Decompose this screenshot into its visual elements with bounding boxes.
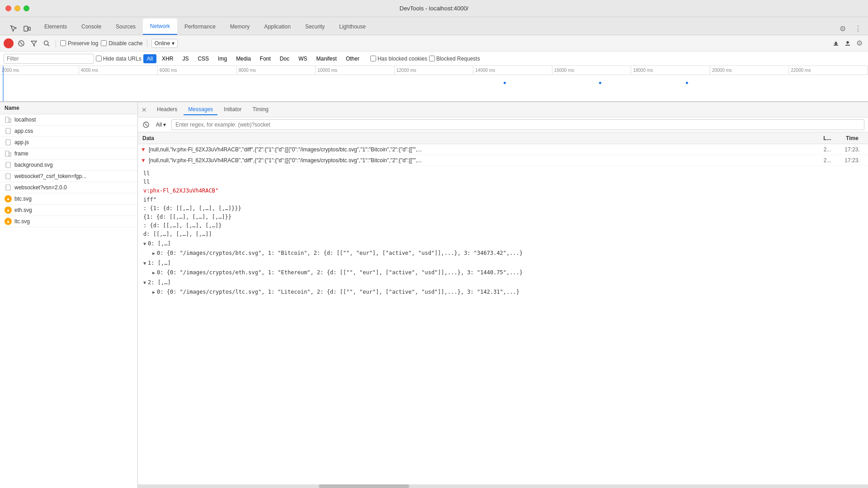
svg-rect-9 [845, 45, 850, 46]
file-row-ltc-svg[interactable]: ● ltc.svg [0, 216, 137, 227]
tab-sources[interactable]: Sources [108, 19, 143, 35]
tab-timing[interactable]: Timing [248, 104, 273, 115]
tab-initiator[interactable]: Initiator [219, 104, 246, 115]
filter-icon[interactable] [29, 38, 39, 48]
tree-arrow-2[interactable]: ▼ [143, 279, 146, 287]
filter-other-button[interactable]: Other [342, 54, 363, 63]
filter-all-button[interactable]: All [143, 54, 156, 63]
file-row-websocket-vsn[interactable]: websocket?vsn=2.0.0 [0, 182, 137, 193]
tree-arrow-1[interactable]: ▼ [143, 259, 146, 267]
chevron-down-icon: ▾ [172, 40, 175, 47]
tree-label-1: 1: [,…] [148, 258, 171, 268]
scrollbar-thumb[interactable] [319, 484, 409, 488]
tree-arrow-0[interactable]: ▼ [143, 240, 146, 248]
tree-row-1[interactable]: ▼ 1: [,…] [143, 258, 863, 268]
file-row-background-svg[interactable]: background.svg [0, 160, 137, 171]
more-options-icon[interactable]: ⋮ [852, 22, 864, 35]
file-row-websocket-csrf[interactable]: websocket?_csrf_token=fgp... [0, 171, 137, 182]
inspect-element-icon[interactable] [7, 22, 20, 35]
file-row-localhost[interactable]: localhost [0, 114, 137, 126]
settings-icon[interactable]: ⚙ [836, 22, 849, 35]
tab-headers[interactable]: Headers [152, 104, 182, 115]
preserve-log-checkbox[interactable]: Preserve log [60, 40, 98, 47]
filter-media-button[interactable]: Media [232, 54, 255, 63]
disable-cache-checkbox[interactable]: Disable cache [101, 40, 142, 47]
data-row-0[interactable]: ▼ [null,null,"lv:phx-Fl_62XJ3uVh4RACB","… [138, 144, 868, 155]
file-row-eth-svg[interactable]: ● eth.svg [0, 205, 137, 216]
messages-filter-icon[interactable] [142, 120, 151, 129]
file-row-btc-svg[interactable]: ● btc.svg [0, 193, 137, 205]
has-blocked-cookies-input[interactable] [370, 56, 376, 61]
blocked-requests-checkbox[interactable]: Blocked Requests [429, 56, 480, 62]
preserve-log-input[interactable] [60, 40, 66, 46]
tree-arrow-2-0[interactable]: ▶ [152, 288, 155, 296]
tab-performance[interactable]: Performance [177, 19, 223, 35]
file-row-app-css[interactable]: app.css [0, 126, 137, 137]
network-settings-icon[interactable]: ⚙ [854, 38, 864, 48]
record-button[interactable] [4, 38, 14, 48]
hide-data-urls-checkbox[interactable]: Hide data URLs [96, 56, 142, 62]
throttle-selector[interactable]: Online ▾ [151, 39, 178, 48]
tab-memory[interactable]: Memory [223, 19, 257, 35]
name-column-header: Name [0, 102, 137, 114]
maximize-window-button[interactable] [24, 5, 29, 11]
tab-network[interactable]: Network [143, 19, 177, 35]
close-window-button[interactable] [5, 5, 11, 11]
tree-arrow-0-0[interactable]: ▶ [152, 249, 155, 258]
import-har-icon[interactable] [831, 38, 841, 48]
tree-row-2[interactable]: ▼ 2: [,…] [143, 278, 863, 288]
file-name-websocket-csrf: websocket?_csrf_token=fgp... [14, 173, 86, 179]
tab-messages[interactable]: Messages [184, 104, 217, 115]
tab-security[interactable]: Security [298, 19, 332, 35]
filter-manifest-button[interactable]: Manifest [313, 54, 340, 63]
window-title: DevTools - localhost:4000/ [400, 5, 468, 12]
left-panel: Name localhost app.css app.js frame [0, 102, 138, 488]
messages-filter-input[interactable] [171, 119, 864, 130]
messages-all-dropdown[interactable]: All ▾ [153, 121, 169, 129]
filter-css-button[interactable]: CSS [194, 54, 212, 63]
clear-icon[interactable] [16, 38, 26, 48]
filter-input[interactable] [4, 54, 94, 64]
has-blocked-cookies-checkbox[interactable]: Has blocked cookies [370, 56, 427, 62]
tab-lighthouse[interactable]: Lighthouse [332, 19, 373, 35]
svg-rect-7 [834, 45, 838, 46]
filter-doc-button[interactable]: Doc [276, 54, 293, 63]
tab-console[interactable]: Console [74, 19, 108, 35]
tree-label-2: 2: [,…] [148, 278, 171, 288]
filter-xhr-button[interactable]: XHR [158, 54, 177, 63]
file-name-localhost: localhost [14, 117, 36, 123]
tree-row-1-0[interactable]: ▶ 0: {0: "/images/cryptos/eth.svg", 1: "… [152, 268, 863, 278]
tab-elements[interactable]: Elements [37, 19, 74, 35]
file-row-app-js[interactable]: app.js [0, 137, 137, 148]
file-row-frame[interactable]: frame [0, 148, 137, 160]
file-icon-app-css [5, 127, 12, 135]
tree-value-1-0: 0: {0: "/images/cryptos/eth.svg", 1: "Et… [157, 268, 523, 278]
filter-bar: Hide data URLs All XHR JS CSS Img Media … [0, 52, 868, 66]
tab-application[interactable]: Application [257, 19, 298, 35]
data-header-length: L... [818, 135, 836, 141]
horizontal-scrollbar[interactable] [138, 484, 868, 488]
filter-font-button[interactable]: Font [256, 54, 274, 63]
tree-value-0-0: 0: {0: "/images/cryptos/btc.svg", 1: "Bi… [157, 249, 523, 258]
tick-8000: 8000 ms [237, 66, 316, 75]
data-row-1[interactable]: ▼ [null,null,"lv:phx-Fl_62XJ3uVh4RACB","… [138, 155, 868, 166]
tree-row-2-0[interactable]: ▶ 0: {0: "/images/cryptos/ltc.svg", 1: "… [152, 287, 863, 297]
close-detail-button[interactable]: ✕ [142, 106, 147, 113]
minimize-window-button[interactable] [14, 5, 20, 11]
tree-row-0-0[interactable]: ▶ 0: {0: "/images/cryptos/btc.svg", 1: "… [152, 249, 863, 258]
hide-data-urls-input[interactable] [96, 56, 102, 61]
svg-rect-18 [6, 174, 10, 179]
svg-rect-16 [9, 153, 11, 156]
disable-cache-input[interactable] [101, 40, 107, 46]
svg-line-6 [48, 44, 50, 46]
filter-img-button[interactable]: Img [214, 54, 231, 63]
tree-arrow-1-0[interactable]: ▶ [152, 269, 155, 277]
search-icon[interactable] [42, 38, 52, 48]
blocked-requests-input[interactable] [429, 56, 435, 61]
filter-js-button[interactable]: JS [179, 54, 192, 63]
export-har-icon[interactable] [843, 38, 853, 48]
svg-marker-10 [846, 41, 849, 44]
filter-ws-button[interactable]: WS [295, 54, 311, 63]
tree-row-0[interactable]: ▼ 0: [,…] [143, 239, 863, 249]
device-toolbar-icon[interactable] [21, 22, 33, 35]
